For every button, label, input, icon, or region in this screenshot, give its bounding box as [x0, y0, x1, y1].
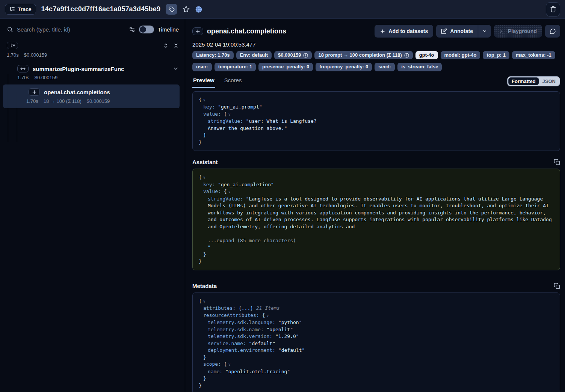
code-token-punct: } [199, 383, 202, 388]
tree-node-generation-selected[interactable]: openai.chat.completions 1.70s 18 → 100 (… [3, 84, 180, 108]
list-tree-icon [9, 6, 15, 12]
code-token-str: "gen_ai.prompt" [218, 104, 262, 110]
trace-root-metrics: 1.70s $0.000159 [7, 52, 179, 58]
param-badge: presence_penalty: 0 [258, 63, 313, 71]
tree-settings-button[interactable] [129, 26, 135, 33]
generation-tokens: 18 → 100 (Σ 118) [44, 98, 82, 104]
copy-icon [554, 283, 560, 289]
observation-detail-panel: openai.chat.completions Add to datasets … [185, 19, 565, 392]
collapse-chevron-icon[interactable]: ∨ [228, 112, 231, 116]
code-token-str: "default" [278, 347, 305, 353]
topbar: Trace 14c7a9f1cc0d7ff16ac1a057a3d45be9 [0, 0, 565, 19]
copy-assistant-button[interactable] [554, 159, 560, 165]
copy-metadata-button[interactable] [554, 283, 560, 289]
tabs-row: Preview Scores Formatted JSON [192, 76, 560, 88]
comments-button[interactable] [545, 25, 560, 38]
code-token-key: key: [203, 104, 218, 110]
code-token-str: "default" [249, 341, 275, 346]
tags-button[interactable] [166, 4, 177, 15]
format-toggle: Formatted JSON [507, 76, 560, 86]
param-badge: temperature: 1 [215, 63, 256, 71]
code-token-punct: } [199, 139, 202, 145]
param-badge: 18 prompt → 100 completion (Σ 118) [314, 51, 412, 59]
span-type-badge [17, 65, 29, 72]
param-badge: max_tokens: -1 [512, 51, 555, 59]
code-token-punct: { [224, 188, 227, 194]
tree-guide-line [8, 74, 8, 142]
visibility-globe-button[interactable] [195, 6, 202, 13]
trace-cost: $0.000159 [24, 52, 47, 58]
param-badge: top_p: 1 [483, 51, 509, 59]
annotate-split-button: Annotate [436, 25, 491, 38]
fold-vertical-icon [173, 43, 179, 48]
search-icon [7, 26, 13, 33]
expand-all-button[interactable] [163, 43, 169, 48]
code-token-punct: { [262, 312, 265, 318]
prompt-code-block: {∨key: "gen_ai.prompt"value: {∨stringVal… [192, 91, 560, 151]
add-to-datasets-button[interactable]: Add to datasets [375, 25, 433, 38]
timeline-toggle[interactable] [139, 26, 154, 33]
trash-icon [550, 6, 556, 12]
format-toggle-json[interactable]: JSON [539, 77, 559, 85]
comment-bubble-icon [550, 28, 556, 35]
expand-link[interactable]: ...expand (85 more characters) [208, 238, 296, 243]
code-token-punct: } [203, 252, 206, 257]
collapse-all-button[interactable] [173, 43, 179, 48]
collapse-chevron-icon[interactable]: ∨ [203, 98, 205, 102]
code-token-str: "1.29.0" [275, 333, 299, 339]
model-badge[interactable]: gpt-4o [415, 51, 438, 59]
param-badge: is_stream: false [397, 63, 442, 71]
bookmark-star-button[interactable] [183, 6, 190, 13]
param-badge: $0.000159 [274, 51, 312, 59]
tree-node-span[interactable]: summarizePlugin-summarizeFunc [17, 65, 179, 72]
code-token-key: service.name: [208, 341, 249, 346]
playground-button[interactable]: Playground [494, 25, 542, 38]
param-badge: Env: default [236, 51, 272, 59]
code-token-key: telemetry.sdk.version: [208, 333, 275, 339]
tree-expand-controls [163, 43, 179, 48]
param-badge: seed: [375, 63, 395, 71]
span-collapse-chevron[interactable] [173, 66, 179, 72]
collapse-chevron-icon[interactable]: ∨ [266, 314, 269, 318]
span-cost: $0.000159 [35, 75, 57, 80]
code-token-key: resourceAttributes: [203, 312, 262, 318]
code-token-key: value: [203, 188, 224, 194]
move-horizontal-icon [20, 66, 26, 71]
metadata-code-block: {∨attributes: {...} 21 ItemsresourceAttr… [192, 292, 560, 392]
delete-trace-button[interactable] [546, 2, 560, 17]
annotate-button[interactable]: Annotate [436, 25, 478, 38]
search-input[interactable] [17, 26, 125, 33]
format-toggle-formatted[interactable]: Formatted [508, 77, 539, 85]
annotate-menu-button[interactable] [478, 25, 491, 38]
code-token-str: "Langfuse is a tool designed to provide … [208, 196, 555, 229]
code-token-punct: { [199, 174, 202, 180]
tree-root-row[interactable] [7, 42, 179, 49]
collapse-chevron-icon[interactable]: ∨ [228, 362, 231, 366]
collapse-chevron-icon[interactable]: ∨ [203, 299, 205, 303]
content: Timeline 1.70s $0.000159 [0, 19, 565, 392]
assistant-section-title: Assistant [192, 159, 218, 165]
metadata-section-title: Metadata [192, 283, 217, 289]
param-badge: Latency: 1.70s [192, 51, 234, 59]
metadata-section-header: Metadata [192, 283, 560, 289]
tab-preview[interactable]: Preview [192, 77, 215, 88]
collapse-chevron-icon[interactable]: ∨ [228, 190, 231, 194]
trace-node-badge [7, 42, 18, 49]
param-badge: user: [192, 63, 212, 71]
code-token-punct: { [224, 361, 227, 367]
code-token-key: stringValue: [208, 118, 246, 124]
trace-tree: 1.70s $0.000159 summarizePlugin-summariz… [0, 37, 185, 108]
trace-id: 14c7a9f1cc0d7ff16ac1a057a3d45be9 [41, 5, 161, 13]
tab-scores[interactable]: Scores [224, 77, 243, 88]
observation-timestamp: 2025-02-04 19:00:53.477 [192, 41, 560, 48]
header-actions: Add to datasets Annotate Playground [375, 25, 560, 38]
chevron-down-icon [482, 29, 487, 34]
generation-icon [32, 90, 37, 95]
list-tree-icon [10, 43, 15, 48]
timeline-label: Timeline [158, 26, 179, 33]
param-badge: model: gpt-4o [441, 51, 480, 59]
code-token-key: name: [208, 369, 225, 374]
span-metrics: 1.70s $0.000159 [17, 75, 179, 80]
collapse-chevron-icon[interactable]: ∨ [203, 175, 205, 179]
code-token-punct: } [203, 354, 206, 360]
